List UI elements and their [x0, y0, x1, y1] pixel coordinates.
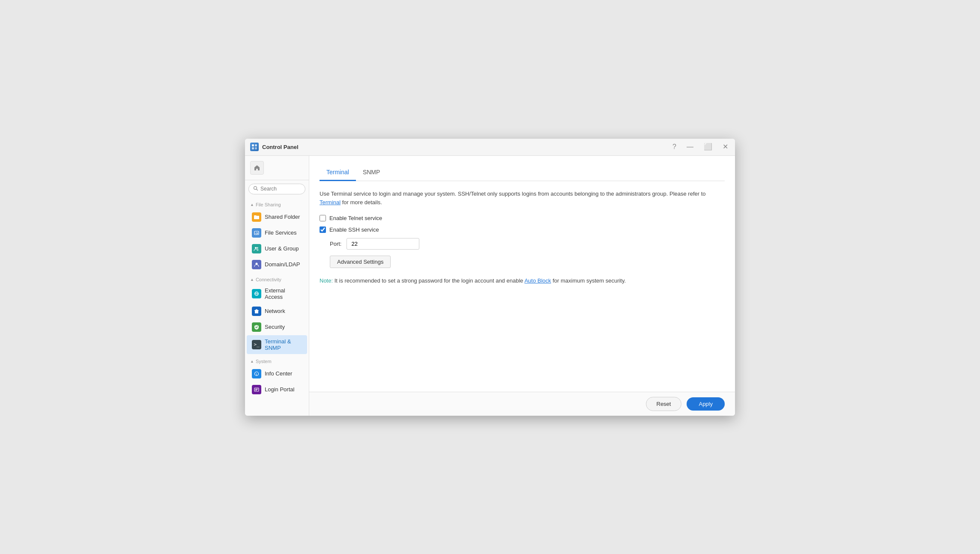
shared-folder-icon — [252, 212, 261, 222]
app-icon — [250, 143, 259, 151]
help-button[interactable]: ? — [671, 143, 678, 151]
search-icon — [253, 186, 258, 192]
section-file-sharing-label: File Sharing — [256, 202, 281, 207]
tab-terminal[interactable]: Terminal — [320, 164, 356, 181]
section-connectivity-label: Connectivity — [256, 277, 281, 282]
network-icon — [252, 307, 261, 316]
note-suffix: for maximum system security. — [551, 277, 626, 284]
svg-rect-17 — [255, 390, 257, 390]
sidebar-item-file-services[interactable]: File Services — [247, 225, 307, 241]
svg-point-7 — [255, 247, 257, 249]
advanced-settings-button[interactable]: Advanced Settings — [330, 256, 391, 268]
ssh-checkbox[interactable] — [320, 226, 326, 233]
sidebar: ▲ File Sharing Shared Folder — [245, 156, 309, 416]
file-services-icon — [252, 228, 261, 238]
section-connectivity: ▲ Connectivity — [245, 273, 309, 284]
sidebar-item-domain-ldap[interactable]: Domain/LDAP — [247, 257, 307, 272]
sidebar-item-domain-ldap-label: Domain/LDAP — [265, 261, 300, 268]
sidebar-item-login-portal-label: Login Portal — [265, 386, 294, 393]
domain-ldap-icon — [252, 260, 261, 269]
svg-line-5 — [257, 189, 258, 190]
collapse-arrow-system[interactable]: ▲ — [250, 359, 254, 363]
sidebar-home-section — [245, 156, 309, 180]
sidebar-item-shared-folder[interactable]: Shared Folder — [247, 209, 307, 225]
sidebar-item-user-group-label: User & Group — [265, 245, 299, 252]
security-icon — [252, 322, 261, 332]
window-title: Control Panel — [262, 144, 671, 150]
telnet-checkbox-label[interactable]: Enable Telnet service — [329, 215, 382, 221]
sidebar-item-external-access[interactable]: External Access — [247, 284, 307, 303]
svg-rect-0 — [252, 144, 254, 146]
sidebar-item-terminal-snmp-label: Terminal & SNMP — [265, 338, 302, 351]
window-controls: ? — ⬜ ✕ — [671, 143, 730, 151]
note-text: Note: It is recommended to set a strong … — [320, 277, 725, 286]
svg-rect-1 — [255, 144, 257, 146]
svg-rect-6 — [254, 231, 259, 235]
terminal-link[interactable]: Terminal — [320, 199, 341, 206]
content-inner: Terminal SNMP Use Terminal service to lo… — [309, 156, 735, 392]
collapse-arrow-connectivity[interactable]: ▲ — [250, 277, 254, 282]
port-row: Port: — [330, 238, 725, 250]
svg-rect-15 — [254, 388, 259, 391]
tab-bar: Terminal SNMP — [320, 164, 725, 181]
main-window: Control Panel ? — ⬜ ✕ — [245, 139, 735, 416]
sidebar-item-shared-folder-label: Shared Folder — [265, 214, 300, 220]
telnet-checkbox-row: Enable Telnet service — [320, 215, 725, 221]
external-access-icon — [252, 289, 261, 298]
section-system-label: System — [256, 359, 272, 364]
auto-block-link[interactable]: Auto Block — [524, 277, 551, 284]
svg-text:i: i — [256, 372, 257, 375]
description-suffix: for more details. — [341, 199, 382, 206]
sidebar-item-info-center-label: Info Center — [265, 370, 292, 377]
home-button[interactable] — [250, 161, 264, 175]
footer: Reset Apply — [309, 392, 735, 416]
tab-snmp[interactable]: SNMP — [356, 164, 387, 181]
ssh-checkbox-row: Enable SSH service — [320, 226, 725, 233]
ssh-checkbox-label[interactable]: Enable SSH service — [329, 226, 379, 233]
sidebar-item-user-group[interactable]: User & Group — [247, 241, 307, 256]
apply-button[interactable]: Apply — [687, 397, 725, 411]
sidebar-item-security[interactable]: Security — [247, 319, 307, 335]
sidebar-item-login-portal[interactable]: Login Portal — [247, 382, 307, 397]
info-center-icon: i — [252, 369, 261, 378]
description-main: Use Terminal service to login and manage… — [320, 191, 706, 197]
svg-point-8 — [257, 247, 258, 249]
note-label: Note: — [320, 277, 333, 284]
svg-rect-2 — [252, 147, 254, 149]
terminal-snmp-icon: >_ — [252, 340, 261, 349]
svg-rect-3 — [255, 147, 257, 149]
svg-rect-16 — [255, 389, 258, 390]
search-input[interactable] — [260, 186, 301, 192]
sidebar-item-security-label: Security — [265, 324, 285, 330]
port-input[interactable] — [347, 238, 419, 250]
telnet-checkbox[interactable] — [320, 215, 326, 221]
user-group-icon — [252, 244, 261, 253]
minimize-button[interactable]: — — [685, 143, 695, 151]
sidebar-item-external-access-label: External Access — [265, 287, 302, 300]
sidebar-item-info-center[interactable]: i Info Center — [247, 366, 307, 381]
collapse-arrow-file-sharing[interactable]: ▲ — [250, 203, 254, 207]
note-body: It is recommended to set a strong passwo… — [333, 277, 524, 284]
sidebar-item-network[interactable]: Network — [247, 304, 307, 319]
content-area: Terminal SNMP Use Terminal service to lo… — [309, 156, 735, 416]
search-box[interactable] — [248, 184, 305, 194]
reset-button[interactable]: Reset — [646, 397, 682, 411]
section-system: ▲ System — [245, 354, 309, 366]
description-text: Use Terminal service to login and manage… — [320, 190, 725, 208]
sidebar-item-network-label: Network — [265, 308, 285, 314]
sidebar-item-file-services-label: File Services — [265, 229, 296, 236]
port-label: Port: — [330, 241, 341, 247]
section-file-sharing: ▲ File Sharing — [245, 198, 309, 209]
titlebar: Control Panel ? — ⬜ ✕ — [245, 139, 735, 156]
login-portal-icon — [252, 385, 261, 394]
maximize-button[interactable]: ⬜ — [702, 143, 714, 151]
close-button[interactable]: ✕ — [721, 143, 730, 151]
main-layout: ▲ File Sharing Shared Folder — [245, 156, 735, 416]
sidebar-item-terminal-snmp[interactable]: >_ Terminal & SNMP — [247, 335, 307, 354]
